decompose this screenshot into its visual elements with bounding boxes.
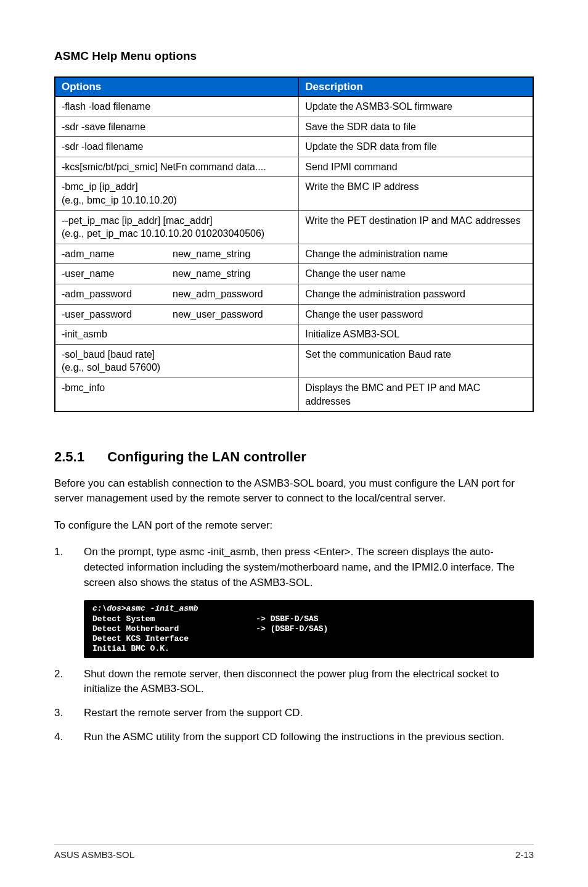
term-line: Detect Motherboard bbox=[92, 624, 179, 633]
table-row: -init_asmb Initialize ASMB3-SOL bbox=[55, 324, 533, 345]
desc-cell: Displays the BMC and PET IP and MAC addr… bbox=[299, 377, 533, 411]
table-row: -sol_baud [baud rate] (e.g., sol_baud 57… bbox=[55, 344, 533, 377]
intro-paragraph: Before you can establish connection to t… bbox=[54, 476, 534, 506]
steps-list: On the prompt, type asmc -init_asmb, the… bbox=[54, 545, 534, 745]
table-row: -bmc_ip [ip_addr] (e.g., bmc_ip 10.10.10… bbox=[55, 177, 533, 210]
lead-paragraph: To configure the LAN port of the remote … bbox=[54, 518, 534, 533]
desc-cell: Change the user password bbox=[299, 304, 533, 324]
table-row: -flash -load filename Update the ASMB3-S… bbox=[55, 97, 533, 117]
opt-arg: new_user_password bbox=[173, 308, 292, 321]
term-line: Detect System bbox=[92, 614, 155, 624]
desc-cell: Change the administration password bbox=[299, 284, 533, 304]
desc-cell: Update the SDR data from file bbox=[299, 137, 533, 157]
term-line: -> (DSBF-D/SAS) bbox=[256, 624, 328, 633]
opt-label: -adm_name bbox=[62, 247, 173, 261]
step-text: Run the ASMC utility from the support CD… bbox=[84, 731, 504, 743]
opt-cell: -flash -load filename bbox=[55, 97, 299, 117]
opt-label: -user_name bbox=[62, 267, 173, 281]
desc-cell: Write the PET destination IP and MAC add… bbox=[299, 210, 533, 244]
step-text: Shut down the remote server, then discon… bbox=[84, 668, 499, 695]
terminal-output: c:\dos>asmc -init_asmb Detect System -> … bbox=[84, 600, 534, 658]
desc-cell: Write the BMC IP address bbox=[299, 177, 533, 210]
opt-cell: -bmc_ip [ip_addr] (e.g., bmc_ip 10.10.10… bbox=[55, 177, 299, 210]
table-row: -kcs[smic/bt/pci_smic] NetFn command dat… bbox=[55, 157, 533, 177]
table-row: -user_name new_name_string Change the us… bbox=[55, 264, 533, 284]
table-row: --pet_ip_mac [ip_addr] [mac_addr] (e.g.,… bbox=[55, 210, 533, 244]
desc-cell: Set the communication Baud rate bbox=[299, 344, 533, 377]
list-item: On the prompt, type asmc -init_asmb, the… bbox=[54, 545, 534, 658]
table-row: -bmc_info Displays the BMC and PET IP an… bbox=[55, 377, 533, 411]
section-number: 2.5.1 bbox=[54, 449, 104, 465]
term-line: Detect KCS Interface bbox=[92, 634, 189, 643]
table-row: -adm_name new_name_string Change the adm… bbox=[55, 244, 533, 264]
opt-cell: -sdr -save filename bbox=[55, 117, 299, 137]
opt-label: -adm_password bbox=[62, 287, 173, 301]
opt-cell: -adm_password new_adm_password bbox=[55, 284, 299, 304]
desc-cell: Update the ASMB3-SOL firmware bbox=[299, 97, 533, 117]
desc-cell: Save the SDR data to file bbox=[299, 117, 533, 137]
term-line: -> DSBF-D/SAS bbox=[256, 614, 318, 624]
opt-cell: -init_asmb bbox=[55, 324, 299, 345]
opt-cell: -sdr -load filename bbox=[55, 137, 299, 157]
opt-arg: new_name_string bbox=[173, 267, 292, 281]
footer-right: 2-13 bbox=[515, 849, 534, 860]
section-title-text: Configuring the LAN controller bbox=[107, 449, 306, 464]
opt-cell: -adm_name new_name_string bbox=[55, 244, 299, 264]
table-row: -user_password new_user_password Change … bbox=[55, 304, 533, 324]
opt-cell: -kcs[smic/bt/pci_smic] NetFn command dat… bbox=[55, 157, 299, 177]
step-text: Restart the remote server from the suppo… bbox=[84, 707, 303, 719]
opt-cell: -bmc_info bbox=[55, 377, 299, 411]
list-item: Shut down the remote server, then discon… bbox=[54, 667, 534, 697]
term-command: c:\dos>asmc -init_asmb bbox=[92, 604, 198, 613]
opt-cell: --pet_ip_mac [ip_addr] [mac_addr] (e.g.,… bbox=[55, 210, 299, 244]
list-item: Restart the remote server from the suppo… bbox=[54, 706, 534, 721]
table-row: -sdr -save filename Save the SDR data to… bbox=[55, 117, 533, 137]
opt-cell: -user_password new_user_password bbox=[55, 304, 299, 324]
table-row: -adm_password new_adm_password Change th… bbox=[55, 284, 533, 304]
desc-cell: Change the user name bbox=[299, 264, 533, 284]
section-heading: 2.5.1 Configuring the LAN controller bbox=[54, 449, 534, 465]
list-item: Run the ASMC utility from the support CD… bbox=[54, 730, 534, 745]
page-footer: ASUS ASMB3-SOL 2-13 bbox=[54, 844, 534, 860]
th-description: Description bbox=[299, 77, 533, 97]
opt-arg: new_name_string bbox=[173, 247, 292, 261]
opt-arg: new_adm_password bbox=[173, 287, 292, 301]
term-line: Initial BMC O.K. bbox=[92, 644, 169, 653]
th-options: Options bbox=[55, 77, 299, 97]
desc-cell: Change the administration name bbox=[299, 244, 533, 264]
options-table: Options Description -flash -load filenam… bbox=[54, 76, 534, 412]
opt-cell: -user_name new_name_string bbox=[55, 264, 299, 284]
desc-cell: Initialize ASMB3-SOL bbox=[299, 324, 533, 345]
opt-label: -user_password bbox=[62, 308, 173, 321]
desc-cell: Send IPMI command bbox=[299, 157, 533, 177]
footer-left: ASUS ASMB3-SOL bbox=[54, 849, 134, 860]
step-text: On the prompt, type asmc -init_asmb, the… bbox=[84, 546, 515, 588]
opt-cell: -sol_baud [baud rate] (e.g., sol_baud 57… bbox=[55, 344, 299, 377]
page-title: ASMC Help Menu options bbox=[54, 49, 534, 63]
table-row: -sdr -load filename Update the SDR data … bbox=[55, 137, 533, 157]
